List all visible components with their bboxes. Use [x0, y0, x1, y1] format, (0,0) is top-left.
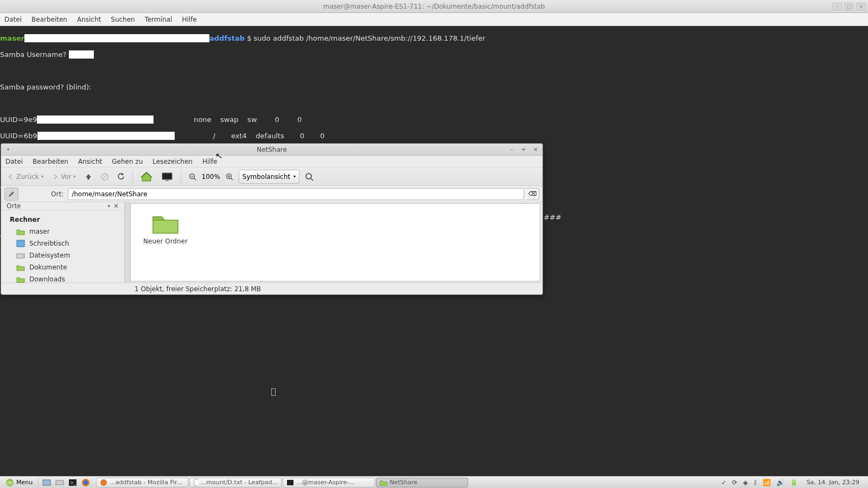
update-icon[interactable]: ⟳: [732, 479, 737, 486]
sidebar-item-maser[interactable]: maser: [1, 226, 124, 237]
svg-rect-3: [165, 180, 169, 181]
svg-point-15: [22, 255, 23, 256]
computer-button[interactable]: [158, 170, 176, 184]
wifi-icon[interactable]: 📶: [763, 479, 771, 486]
fm-titlebar[interactable]: ▾ NetShare – + ×: [1, 144, 542, 156]
home-button[interactable]: [137, 170, 156, 184]
location-clear-button[interactable]: ⌫: [526, 188, 539, 200]
menu-bearbeiten[interactable]: Bearbeiten: [31, 16, 67, 23]
sidebar-item-schreibtisch[interactable]: Schreibtisch: [1, 237, 124, 249]
zoom-out-button[interactable]: [186, 170, 200, 184]
shield-icon[interactable]: ✓: [721, 479, 726, 486]
svg-line-5: [194, 178, 196, 180]
task-firefox[interactable]: ...addfstab - Mozilla Fir...: [96, 478, 188, 487]
close-button[interactable]: ×: [856, 3, 866, 10]
home-icon: [141, 171, 152, 182]
bluetooth-icon[interactable]: ᛒ: [754, 479, 757, 486]
sidebar-section-rechner: Rechner: [1, 214, 124, 226]
arrow-up-icon: [85, 173, 92, 181]
zoom-level: 100%: [202, 173, 220, 181]
minimize-button[interactable]: –: [832, 3, 842, 10]
redacted-uuid1: 7-d0xd-xf-4f-d--5b0-0-f02f0fd07x: [37, 115, 153, 124]
menu-hilfe[interactable]: Hilfe: [202, 158, 217, 165]
terminal-menubar: Datei Bearbeiten Ansicht Suchen Terminal…: [0, 13, 868, 26]
stop-button[interactable]: [98, 170, 112, 184]
maximize-button[interactable]: □: [844, 3, 854, 10]
sidebar-item-dateisystem[interactable]: Dateisystem: [1, 249, 124, 261]
terminal-titlebar[interactable]: maser@maser-Aspire-ES1-711: ~/Dokumente/…: [0, 0, 868, 13]
network-icon[interactable]: ◈: [743, 479, 748, 486]
file-area[interactable]: Neuer Ordner: [130, 203, 540, 281]
system-tray: ✓ ⟳ ◈ ᛒ 📶 🔊 🔋 Sa, 14. Jan, 23:29: [716, 479, 868, 486]
menu-gehenzu[interactable]: Gehen zu: [112, 158, 143, 165]
zoom-out-icon: [189, 173, 196, 181]
firefox-icon: [100, 479, 107, 486]
prompt-path: addfstab: [209, 34, 245, 42]
start-menu-button[interactable]: m Menu: [0, 477, 39, 488]
folder-neuer-ordner[interactable]: Neuer Ordner: [138, 211, 193, 245]
close-button[interactable]: ×: [532, 146, 539, 153]
task-terminal[interactable]: ...@maser-Aspire-...: [283, 478, 375, 487]
monitor-icon: [161, 172, 173, 182]
menu-suchen[interactable]: Suchen: [111, 16, 135, 23]
reload-button[interactable]: [114, 170, 128, 184]
menu-hilfe[interactable]: Hilfe: [182, 16, 196, 23]
maximize-button[interactable]: +: [520, 146, 527, 153]
folder-icon: [16, 264, 25, 271]
files-launcher[interactable]: [54, 478, 66, 487]
sidebar-selector[interactable]: Orte ▾ ✕: [1, 202, 124, 210]
task-leafpad[interactable]: ...mount/D.txt - Leafpad...: [189, 478, 282, 487]
chevron-down-icon: ▾: [74, 174, 76, 179]
svg-text:>_: >_: [70, 480, 76, 485]
up-button[interactable]: [81, 170, 95, 184]
menu-ansicht[interactable]: Ansicht: [77, 16, 101, 23]
task-netshare[interactable]: NetShare: [376, 478, 468, 487]
home-folder-icon: [16, 228, 25, 235]
menu-bearbeiten[interactable]: Bearbeiten: [33, 158, 68, 165]
stop-icon: [101, 173, 108, 181]
battery-icon[interactable]: 🔋: [790, 479, 798, 486]
chevron-down-icon: ▾: [107, 203, 110, 209]
chevron-down-icon: ▾: [41, 174, 43, 179]
menu-terminal[interactable]: Terminal: [145, 16, 173, 23]
forward-button[interactable]: Vor ▾: [49, 170, 79, 184]
terminal-command: sudo addfstab /home/maser/NetShare/smb:/…: [254, 34, 486, 42]
svg-rect-26: [287, 480, 293, 485]
chevron-down-icon: ▾: [293, 174, 296, 179]
menu-datei[interactable]: Datei: [4, 16, 22, 23]
window-menu-icon[interactable]: ▾: [4, 146, 12, 153]
view-mode-select[interactable]: Symbolansicht ▾: [239, 170, 299, 184]
menu-datei[interactable]: Datei: [5, 158, 23, 165]
svg-line-12: [311, 178, 313, 181]
fm-menubar: Datei Bearbeiten Ansicht Gehen zu Leseze…: [1, 156, 542, 168]
show-desktop-button[interactable]: [41, 478, 53, 487]
taskbar: m Menu >_ ...addfstab - Mozilla Fir... .…: [0, 476, 868, 488]
arrow-right-icon: [52, 174, 59, 180]
sidebar-item-downloads[interactable]: Downloads: [1, 273, 124, 285]
back-button[interactable]: Zurück ▾: [4, 170, 47, 184]
menu-ansicht[interactable]: Ansicht: [78, 158, 102, 165]
minimize-button[interactable]: –: [508, 146, 515, 153]
prompt-user: maser: [0, 34, 24, 42]
pathbar-toggle-button[interactable]: [4, 188, 18, 201]
firefox-launcher[interactable]: [80, 478, 92, 487]
quick-launch: >_: [39, 478, 94, 487]
volume-icon[interactable]: 🔊: [776, 479, 784, 486]
location-input[interactable]: [68, 188, 524, 200]
arrow-left-icon: [8, 174, 14, 180]
svg-text:m: m: [7, 480, 12, 486]
desktop-icon: [42, 479, 51, 486]
search-icon: [305, 172, 314, 181]
menu-lesezeichen[interactable]: Lesezeichen: [152, 158, 193, 165]
svg-rect-2: [162, 173, 172, 179]
clock[interactable]: Sa, 14. Jan, 23:29: [803, 479, 863, 486]
sidebar-scrollbar[interactable]: [125, 202, 130, 282]
search-button[interactable]: [302, 170, 317, 184]
zoom-in-button[interactable]: [222, 170, 237, 184]
folder-icon: [380, 479, 387, 486]
sidebar-close-button[interactable]: ✕: [113, 202, 119, 210]
sidebar-item-dokumente[interactable]: Dokumente: [1, 261, 124, 273]
terminal-launcher[interactable]: >_: [67, 478, 79, 487]
zoom-controls: 100%: [186, 170, 237, 184]
location-label: Ort:: [51, 190, 63, 198]
